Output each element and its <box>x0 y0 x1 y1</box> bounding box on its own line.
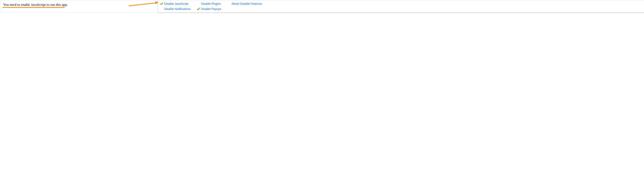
panel-column-1: Disable JavaScript Disable Notifications <box>160 2 190 11</box>
check-icon-empty <box>197 2 200 6</box>
reset-disable-features-item[interactable]: Reset Disable Features <box>228 2 262 6</box>
disable-javascript-link[interactable]: Disable JavaScript <box>164 2 188 6</box>
annotation-underline <box>2 7 65 8</box>
disable-notifications-item[interactable]: Disable Notifications <box>160 7 190 11</box>
reset-disable-features-link[interactable]: Reset Disable Features <box>232 2 262 6</box>
check-icon <box>197 7 200 11</box>
panel-column-3: Reset Disable Features <box>228 2 262 11</box>
disable-notifications-link[interactable]: Disable Notifications <box>164 7 190 11</box>
check-icon <box>160 2 164 6</box>
disable-plugins-link[interactable]: Disable Plugins <box>201 2 221 6</box>
javascript-disabled-message: You need to enable JavaScript to run thi… <box>3 3 68 7</box>
disable-popups-link[interactable]: Disable Popups <box>201 7 221 11</box>
disable-plugins-item[interactable]: Disable Plugins <box>197 2 221 6</box>
disable-javascript-item[interactable]: Disable JavaScript <box>160 2 190 6</box>
check-icon-empty <box>160 7 164 11</box>
disable-popups-item[interactable]: Disable Popups <box>197 7 221 11</box>
panel-column-2: Disable Plugins Disable Popups <box>197 2 221 11</box>
devtools-disable-panel: Disable JavaScript Disable Notifications… <box>158 0 644 13</box>
check-icon-empty <box>228 2 231 6</box>
